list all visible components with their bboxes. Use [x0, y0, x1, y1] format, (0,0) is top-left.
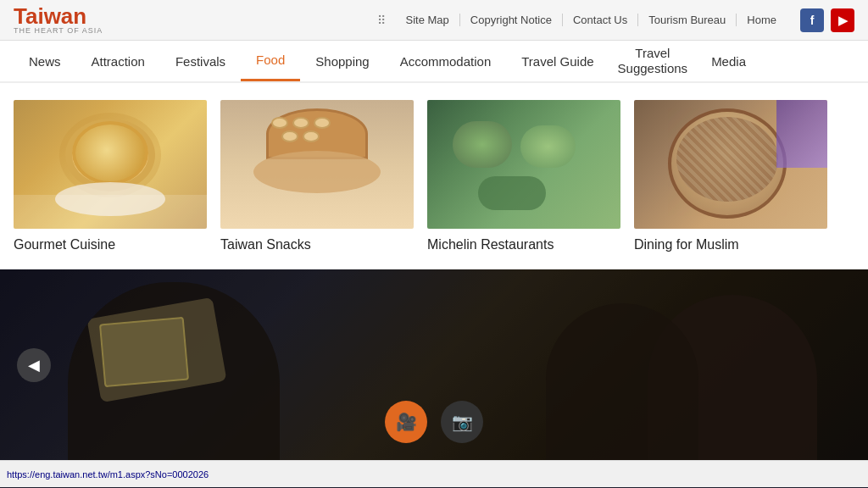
back-button[interactable]: ◀	[17, 348, 51, 382]
video-button[interactable]: 🎥	[385, 401, 427, 443]
gourmet-label: Gourmet Cuisine	[14, 237, 207, 252]
youtube-icon[interactable]: ▶	[831, 8, 854, 32]
copyright-link[interactable]: Copyright Notice	[460, 14, 563, 26]
bottom-controls: 🎥 📷	[385, 401, 483, 443]
muslim-label: Dining for Muslim	[634, 237, 827, 252]
nav-media[interactable]: Media	[696, 41, 761, 81]
category-michelin[interactable]: Michelin Restaurants	[427, 100, 620, 252]
category-gourmet[interactable]: Gourmet Cuisine	[14, 100, 207, 252]
snacks-label: Taiwan Snacks	[220, 237, 414, 252]
category-snacks[interactable]: Taiwan Snacks	[220, 100, 414, 252]
site-map-link[interactable]: Site Map	[396, 14, 460, 26]
grid-icon: ⠿	[377, 14, 386, 27]
nav-food[interactable]: Food	[241, 41, 300, 81]
home-link[interactable]: Home	[737, 14, 787, 26]
michelin-label: Michelin Restaurants	[427, 237, 620, 252]
logo-taiwan: Taiwan	[14, 5, 103, 27]
muslim-image	[634, 100, 827, 229]
nav-attraction[interactable]: Attraction	[76, 41, 160, 81]
hero-section: ◀ 🎥 📷	[0, 269, 868, 460]
nav-travel-suggestions[interactable]: TravelSuggestions	[609, 41, 697, 81]
nav-festivals[interactable]: Festivals	[160, 41, 241, 81]
status-bar: https://eng.taiwan.net.tw/m1.aspx?sNo=00…	[0, 460, 868, 487]
nav-news[interactable]: News	[14, 41, 76, 81]
social-icons: f ▶	[800, 8, 854, 32]
logo-tagline: THE HEART OF ASIA	[14, 27, 103, 35]
camera-button[interactable]: 📷	[441, 401, 483, 443]
top-bar: Taiwan THE HEART OF ASIA ⠿ Site Map Copy…	[0, 0, 868, 41]
snacks-image	[220, 100, 414, 229]
top-links: ⠿ Site Map Copyright Notice Contact Us T…	[377, 14, 787, 27]
main-nav: News Attraction Festivals Food Shopping …	[0, 41, 868, 83]
category-section: Gourmet Cuisine Taiwan Snacks Michelin R…	[0, 83, 868, 269]
nav-accommodation[interactable]: Accommodation	[385, 41, 507, 81]
url-bar: https://eng.taiwan.net.tw/m1.aspx?sNo=00…	[7, 469, 209, 480]
contact-link[interactable]: Contact Us	[563, 14, 638, 26]
gourmet-image	[14, 100, 207, 229]
nav-travel-guide[interactable]: Travel Guide	[506, 41, 609, 81]
nav-shopping[interactable]: Shopping	[300, 41, 384, 81]
category-muslim[interactable]: Dining for Muslim	[634, 100, 827, 252]
michelin-image	[427, 100, 620, 229]
facebook-icon[interactable]: f	[800, 8, 824, 32]
logo[interactable]: Taiwan THE HEART OF ASIA	[14, 5, 103, 35]
tourism-link[interactable]: Tourism Bureau	[638, 14, 737, 26]
